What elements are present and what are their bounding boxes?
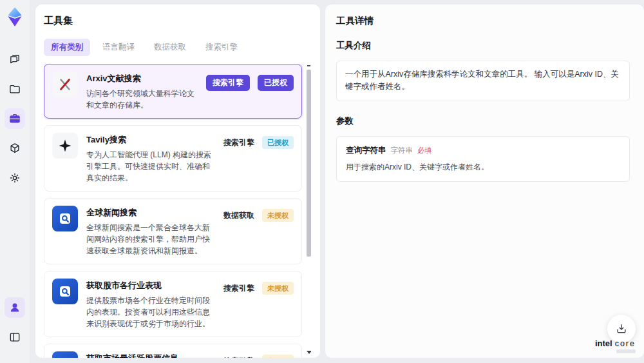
tool-icon — [52, 206, 78, 231]
intel-text: intel — [595, 338, 612, 348]
tool-description: 全球新闻搜索是一个聚合全球各大新闻网站内容的搜索引擎，帮助用户快速获取全球最新资… — [86, 222, 215, 257]
param-head: 查询字符串 字符串 必填 — [346, 145, 620, 156]
tool-text: Arxiv文献搜索 访问各个研究领域大量科学论文和文章的存储库。 — [86, 72, 198, 111]
toolset-panel: 工具集 所有类别语言翻译数据获取搜索引擎 Arxiv文献搜索 访问各个研究领域大… — [35, 5, 320, 358]
tool-description: 访问各个研究领域大量科学论文和文章的存储库。 — [86, 88, 198, 111]
cube-icon — [8, 142, 21, 155]
tool-text: 获取股市各行业表现 提供股票市场各个行业在特定时间段内的表现。投资者可以利用这些… — [86, 279, 215, 329]
params-heading: 参数 — [336, 115, 630, 127]
tool-card[interactable]: 获取股市各行业表现 提供股票市场各个行业在特定时间段内的表现。投资者可以利用这些… — [44, 271, 302, 337]
intro-box: 一个用于从Arxiv存储库搜索科学论文和文章的工具。 输入可以是Arxiv ID… — [336, 61, 630, 101]
tool-category-label: 搜索引擎 — [223, 137, 254, 148]
tool-text: 获取市场最活跃股票信息 提供当天交易量最高的股票列表。投资者可以利用这些信息来识… — [86, 351, 215, 358]
tool-card[interactable]: Tavily搜索 专为人工智能代理 (LLM) 构建的搜索引擎工具。可快速提供实… — [44, 125, 302, 191]
tool-name: 全球新闻搜索 — [86, 207, 215, 219]
category-tabs: 所有类别语言翻译数据获取搜索引擎 — [44, 39, 311, 56]
sidebar-item-chat[interactable] — [5, 49, 25, 70]
tool-description: 专为人工智能代理 (LLM) 构建的搜索引擎工具。可快速提供实时、准确和真实的结… — [86, 149, 215, 184]
param-box: 查询字符串 字符串 必填 用于搜索的Arxiv ID、关键字或作者姓名。 — [336, 136, 630, 182]
tab-1[interactable]: 语言翻译 — [95, 39, 142, 56]
intel-core-logo: intel core — [595, 338, 636, 353]
tool-meta: 搜索引擎 已授权 — [223, 133, 294, 149]
tool-detail-panel: 工具详情 工具介绍 一个用于从Arxiv存储库搜索科学论文和文章的工具。 输入可… — [325, 5, 644, 358]
toolset-title: 工具集 — [44, 15, 311, 27]
tool-category-label: 搜索引擎 — [223, 283, 254, 294]
auth-status-badge: 已授权 — [258, 75, 294, 91]
intro-heading: 工具介绍 — [336, 40, 630, 52]
tab-2[interactable]: 数据获取 — [147, 39, 193, 56]
tool-icon — [52, 279, 78, 304]
tool-name: Arxiv文献搜索 — [86, 73, 198, 84]
tool-meta: 搜索引擎 已授权 — [206, 72, 294, 91]
tool-name: 获取股市各行业表现 — [86, 280, 215, 291]
tab-3[interactable]: 搜索引擎 — [198, 39, 245, 56]
tool-icon — [52, 72, 78, 97]
param-name: 查询字符串 — [346, 145, 386, 156]
sidebar-item-files[interactable] — [5, 79, 25, 99]
tool-category-label: 搜索引擎 — [206, 75, 250, 91]
tool-list: Arxiv文献搜索 访问各个研究领域大量科学论文和文章的存储库。 搜索引擎 已授… — [44, 64, 302, 358]
scrollbar-down-arrow[interactable] — [307, 351, 311, 354]
user-icon — [8, 301, 21, 314]
tool-category-label: 搜索引擎 — [223, 356, 254, 358]
auth-status-badge: 未授权 — [262, 209, 294, 222]
panel-toggle-icon — [8, 331, 21, 344]
tavily-sparkle-icon — [57, 138, 73, 153]
param-type: 字符串 — [391, 146, 413, 155]
tool-list-wrap: Arxiv文献搜索 访问各个研究领域大量科学论文和文章的存储库。 搜索引擎 已授… — [44, 64, 311, 358]
tool-icon — [52, 133, 78, 159]
ultra-mark — [616, 349, 636, 353]
gear-icon — [8, 172, 21, 184]
tool-category-label: 数据获取 — [223, 210, 254, 221]
tool-card[interactable]: 全球新闻搜索 全球新闻搜索是一个聚合全球各大新闻网站内容的搜索引擎，帮助用户快速… — [44, 198, 302, 264]
core-text: core — [615, 339, 636, 348]
sidebar-item-toolset[interactable] — [5, 108, 25, 129]
search-logo-icon — [57, 211, 73, 226]
tool-text: Tavily搜索 专为人工智能代理 (LLM) 构建的搜索引擎工具。可快速提供实… — [86, 133, 215, 184]
param-required-badge: 必填 — [417, 146, 431, 155]
scrollbar-up-arrow[interactable] — [307, 65, 310, 66]
folder-icon — [8, 83, 21, 95]
tool-card[interactable]: Arxiv文献搜索 访问各个研究领域大量科学论文和文章的存储库。 搜索引擎 已授… — [44, 64, 302, 119]
tool-meta: 搜索引擎 未授权 — [223, 279, 294, 295]
toolbox-icon — [8, 112, 21, 125]
sidebar-item-models[interactable] — [5, 138, 25, 159]
auth-status-badge: 未授权 — [262, 282, 294, 295]
scrollbar[interactable] — [307, 65, 311, 358]
param-description: 用于搜索的Arxiv ID、关键字或作者姓名。 — [346, 161, 620, 173]
tool-icon — [52, 351, 78, 358]
arxiv-icon — [57, 77, 73, 92]
download-icon — [615, 322, 628, 335]
scrollbar-thumb[interactable] — [307, 70, 311, 257]
search-logo-icon — [57, 357, 73, 358]
search-logo-icon — [57, 284, 73, 299]
detail-title: 工具详情 — [336, 15, 630, 27]
tool-name: Tavily搜索 — [86, 134, 215, 146]
tool-meta: 搜索引擎 未授权 — [223, 351, 294, 358]
tool-description: 提供股票市场各个行业在特定时间段内的表现。投资者可以利用这些信息来识别表现优于或… — [86, 295, 215, 329]
tab-0[interactable]: 所有类别 — [44, 39, 90, 56]
auth-status-badge: 未授权 — [262, 355, 294, 358]
sidebar-item-user[interactable] — [5, 297, 25, 318]
tool-name: 获取市场最活跃股票信息 — [86, 353, 215, 358]
tool-meta: 数据获取 未授权 — [223, 206, 294, 222]
auth-status-badge: 已授权 — [262, 136, 294, 149]
app-logo — [6, 6, 24, 27]
app-rail — [0, 0, 30, 363]
tool-text: 全球新闻搜索 全球新闻搜索是一个聚合全球各大新闻网站内容的搜索引擎，帮助用户快速… — [86, 206, 215, 257]
chat-icon — [8, 53, 21, 66]
sidebar-item-settings[interactable] — [5, 168, 25, 188]
sidebar-item-panel-toggle[interactable] — [5, 327, 25, 348]
tool-card[interactable]: 获取市场最活跃股票信息 提供当天交易量最高的股票列表。投资者可以利用这些信息来识… — [44, 344, 302, 358]
